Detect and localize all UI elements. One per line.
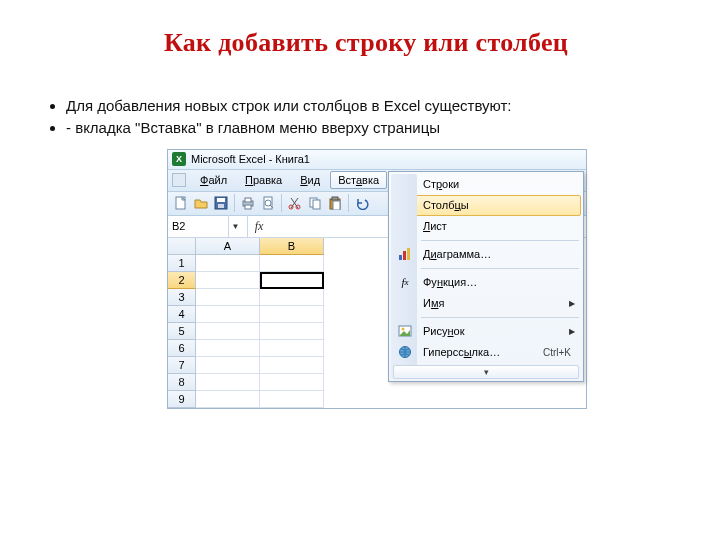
toolbar-separator <box>234 194 235 212</box>
chevron-down-icon[interactable]: ▼ <box>228 215 242 237</box>
dd-hyperlink[interactable]: Гиперссылка… Ctrl+K <box>391 342 581 363</box>
bullet-item: - вкладка "Вставка" в главном меню вверх… <box>66 118 680 138</box>
slide-title: Как добавить строку или столбец <box>52 28 680 58</box>
svg-rect-20 <box>403 251 406 260</box>
insert-dropdown: Строки Столбцы Лист Диаграмма… fx Фун <box>388 171 584 382</box>
open-icon[interactable] <box>192 194 210 212</box>
dd-shortcut: Ctrl+K <box>543 347 575 358</box>
chart-icon <box>393 244 417 265</box>
dropdown-separator <box>421 317 579 318</box>
col-header[interactable]: B <box>260 238 324 255</box>
select-all-corner[interactable] <box>168 238 196 255</box>
svg-rect-2 <box>217 198 225 202</box>
svg-rect-15 <box>313 200 320 209</box>
expand-menu-icon[interactable]: ▾ <box>393 365 579 379</box>
svg-point-13 <box>296 205 300 209</box>
dropdown-separator <box>421 268 579 269</box>
submenu-arrow-icon: ▶ <box>569 327 575 336</box>
save-icon[interactable] <box>212 194 230 212</box>
print-icon[interactable] <box>239 194 257 212</box>
dd-function[interactable]: fx Функция… <box>391 272 581 293</box>
name-box-input[interactable] <box>168 220 228 232</box>
svg-rect-18 <box>333 201 340 210</box>
globe-icon <box>393 342 417 363</box>
svg-rect-6 <box>245 205 251 209</box>
svg-point-23 <box>402 328 405 331</box>
dd-chart[interactable]: Диаграмма… <box>391 244 581 265</box>
toolbar-separator <box>281 194 282 212</box>
bullet-item: Для добавления новых строк или столбцов … <box>66 96 680 116</box>
dd-picture[interactable]: Рисунок ▶ <box>391 321 581 342</box>
titlebar: X Microsoft Excel - Книга1 <box>168 150 586 170</box>
menu-insert[interactable]: Вставка <box>330 171 387 189</box>
row-header[interactable]: 2 <box>168 272 196 289</box>
toolbar-separator <box>348 194 349 212</box>
row-header[interactable]: 9 <box>168 391 196 408</box>
col-header[interactable]: A <box>196 238 260 255</box>
menu-edit[interactable]: Правка <box>237 171 290 189</box>
fx-icon: fx <box>393 272 417 293</box>
fx-label[interactable]: fx <box>248 219 270 234</box>
row-header[interactable]: 8 <box>168 374 196 391</box>
titlebar-text: Microsoft Excel - Книга1 <box>191 153 310 165</box>
row-header[interactable]: 5 <box>168 323 196 340</box>
cut-icon[interactable] <box>286 194 304 212</box>
cells-area[interactable] <box>196 255 324 408</box>
svg-point-12 <box>289 205 293 209</box>
dd-rows[interactable]: Строки <box>391 174 581 195</box>
row-header[interactable]: 1 <box>168 255 196 272</box>
dd-columns[interactable]: Столбцы <box>391 195 581 216</box>
menu-file[interactable]: Файл <box>192 171 235 189</box>
bullet-list: Для добавления новых строк или столбцов … <box>52 96 680 139</box>
svg-rect-17 <box>332 197 338 200</box>
svg-rect-21 <box>407 248 410 260</box>
svg-rect-5 <box>245 198 251 202</box>
row-header[interactable]: 7 <box>168 357 196 374</box>
dd-sheet[interactable]: Лист <box>391 216 581 237</box>
svg-rect-19 <box>399 255 402 260</box>
dropdown-separator <box>421 240 579 241</box>
menu-view[interactable]: Вид <box>292 171 328 189</box>
new-icon[interactable] <box>172 194 190 212</box>
excel-app-icon: X <box>172 152 186 166</box>
preview-icon[interactable] <box>259 194 277 212</box>
paste-icon[interactable] <box>326 194 344 212</box>
submenu-arrow-icon: ▶ <box>569 299 575 308</box>
copy-icon[interactable] <box>306 194 324 212</box>
row-header[interactable]: 4 <box>168 306 196 323</box>
row-header[interactable]: 3 <box>168 289 196 306</box>
undo-icon[interactable] <box>353 194 371 212</box>
excel-screenshot: X Microsoft Excel - Книга1 Файл Правка В… <box>167 149 587 409</box>
svg-rect-3 <box>218 204 224 208</box>
dd-name[interactable]: Имя ▶ <box>391 293 581 314</box>
window-icon <box>172 173 186 187</box>
picture-icon <box>393 321 417 342</box>
name-box[interactable]: ▼ <box>168 215 248 237</box>
row-header[interactable]: 6 <box>168 340 196 357</box>
